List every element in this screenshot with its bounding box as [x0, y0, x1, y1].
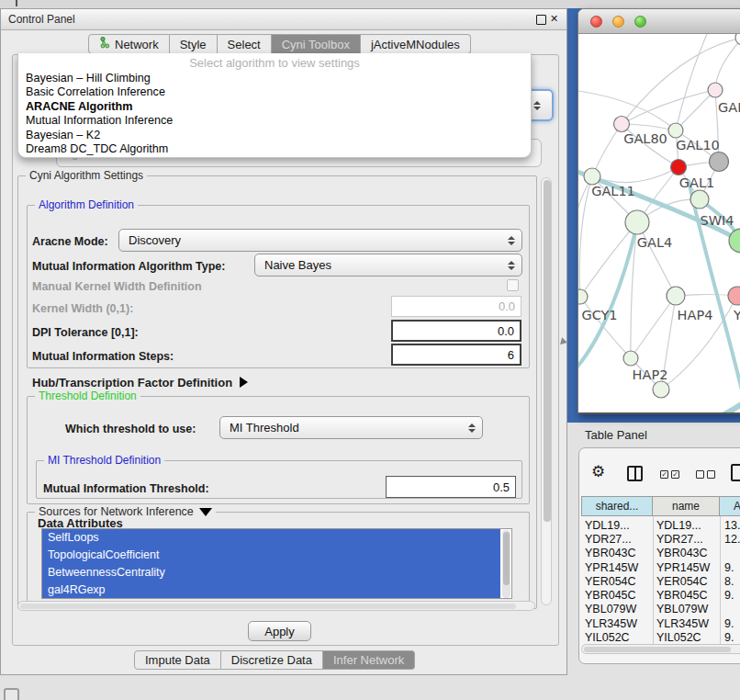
node-gal[interactable] — [708, 83, 723, 97]
column-header-next[interactable]: A — [720, 496, 740, 516]
mi-steps-field[interactable]: 6 — [391, 344, 521, 366]
mi-steps-label: Mutual Information Steps: — [32, 350, 174, 363]
unchecked-box-icon — [707, 470, 715, 479]
dropdown-item[interactable]: Dream8 DC_TDC Algorithm — [18, 142, 531, 156]
close-window-button[interactable] — [590, 16, 602, 28]
dropdown-item[interactable]: Basic Correlation Inference — [18, 85, 531, 99]
list-scrollbar-thumb[interactable] — [503, 532, 510, 585]
node-unlabeled[interactable] — [735, 34, 740, 45]
dropdown-item[interactable]: Mutual Information Inference — [18, 114, 531, 128]
dropdown-item[interactable]: Bayesian – K2 — [18, 129, 531, 142]
column-header-shared-name[interactable]: shared... — [581, 496, 653, 516]
tab-infer-network[interactable]: Infer Network — [323, 650, 415, 670]
dropdown-item-selected[interactable]: ARACNE Algorithm — [18, 100, 531, 114]
list-item-selected[interactable]: gal4RGexp — [42, 581, 500, 599]
tab-impute-data[interactable]: Impute Data — [134, 650, 221, 670]
dropdown-item[interactable]: Bayesian – Hill Climbing — [18, 72, 531, 85]
node-gal1-selected[interactable] — [671, 160, 687, 175]
manual-kernel-checkbox[interactable] — [507, 279, 519, 291]
list-item-selected[interactable]: SelfLoops — [42, 529, 500, 547]
threshold-definition-title: Threshold Definition — [35, 390, 140, 402]
close-window-icon[interactable]: ✕ — [550, 13, 558, 25]
node-gal80[interactable] — [614, 117, 630, 132]
select-all-columns-button[interactable]: ✓ ✓ — [660, 470, 679, 479]
dpi-tolerance-field[interactable]: 0.0 — [391, 320, 521, 342]
node-gal4[interactable] — [625, 210, 649, 234]
tab-style[interactable]: Style — [170, 34, 218, 54]
node-gray[interactable] — [710, 152, 729, 172]
combo-stepper-icon — [465, 423, 478, 433]
node-label: SWI4 — [700, 213, 734, 228]
float-window-icon[interactable] — [536, 15, 546, 25]
node-salmon[interactable] — [728, 287, 740, 305]
table-row[interactable]: YBR045C YBR045C 9. — [581, 588, 740, 602]
node-unlabeled[interactable] — [653, 381, 669, 398]
table-row[interactable]: YIL052C YIL052C 9. — [581, 630, 740, 644]
checked-box-icon: ✓ — [660, 470, 668, 479]
table-rows: YDL19... YDL19... 13... YDR27... YDR27..… — [581, 518, 740, 645]
table-row[interactable]: YLR345W YLR345W 9. — [581, 616, 740, 630]
cell-value: 13... — [720, 519, 740, 532]
column-header-name[interactable]: name — [653, 496, 720, 516]
settings-scrollbar-thumb[interactable] — [544, 180, 551, 522]
tab-cyni-toolbox[interactable]: Cyni Toolbox — [272, 34, 361, 54]
mi-type-label: Mutual Information Algorithm Type: — [32, 260, 225, 273]
table-row[interactable]: YDL19... YDL19... 13... — [581, 518, 740, 532]
settings-scrollbar[interactable] — [541, 177, 552, 605]
settings-hscrollbar-thumb[interactable] — [20, 604, 516, 610]
node-hap2[interactable] — [623, 351, 638, 366]
network-window-titlebar[interactable] — [578, 9, 740, 34]
tab-network[interactable]: Network — [88, 34, 170, 54]
new-table-button[interactable] — [731, 464, 740, 481]
minimized-panel-icon[interactable] — [4, 688, 19, 700]
node-gal10[interactable] — [668, 123, 683, 138]
network-canvas[interactable]: GAL GAL80 GAL10 GAL1 GAL11 SWI4 GAL4 GCY… — [578, 34, 740, 414]
tab-discretize-data[interactable]: Discretize Data — [221, 650, 323, 670]
tab-jactivemnodules[interactable]: jActiveMNodules — [361, 34, 471, 54]
table-hscrollbar[interactable] — [581, 644, 740, 654]
mi-type-combo[interactable]: Naive Bayes — [254, 254, 522, 277]
cell-value: 9. — [720, 631, 740, 644]
settings-hscrollbar[interactable] — [17, 601, 535, 611]
node-hap4[interactable] — [667, 287, 685, 305]
list-scrollbar[interactable] — [502, 530, 510, 598]
which-threshold-combo[interactable]: MI Threshold — [219, 416, 483, 439]
cell-shared-name: YER054C — [581, 575, 653, 588]
cell-name: YDR27... — [653, 533, 720, 546]
node-gcy1[interactable] — [578, 289, 588, 304]
minimize-window-button[interactable] — [612, 16, 624, 28]
apply-button[interactable]: Apply — [248, 621, 311, 641]
table-hscrollbar-thumb[interactable] — [584, 647, 731, 653]
list-item-selected[interactable]: BetweennessCentrality — [42, 564, 500, 581]
node-swi4[interactable] — [690, 190, 709, 209]
mi-threshold-field[interactable]: 0.5 — [386, 476, 516, 498]
aracne-mode-combo[interactable]: Discovery — [118, 229, 522, 252]
node-gal11[interactable] — [584, 168, 600, 185]
mi-threshold-label: Mutual Information Threshold: — [43, 482, 209, 495]
table-row[interactable]: YPR145W YPR145W 9. — [581, 560, 740, 574]
control-panel-window: Control Panel ✕ Network Style Se — [0, 8, 567, 675]
data-attributes-list[interactable]: SelfLoops TopologicalCoefficient Between… — [41, 528, 512, 599]
manual-kernel-label: Manual Kernel Width Definition — [32, 280, 202, 293]
node-bright-green[interactable] — [729, 229, 740, 253]
kernel-width-field[interactable]: 0.0 — [391, 296, 521, 317]
dropdown-prompt: Select algorithm to view settings — [18, 53, 531, 72]
zoom-window-button[interactable] — [634, 16, 646, 28]
split-table-button[interactable] — [627, 466, 643, 481]
table-row[interactable]: YER054C YER054C 8. — [581, 574, 740, 588]
kernel-width-label: Kernel Width (0,1): — [32, 302, 133, 315]
network-graph: GAL GAL80 GAL10 GAL1 GAL11 SWI4 GAL4 GCY… — [578, 34, 740, 414]
node-label: GAL10 — [676, 138, 720, 152]
table-row[interactable]: YBL079W YBL079W — [581, 603, 740, 616]
node-label: GAL11 — [591, 184, 635, 198]
table-row[interactable]: YBR043C YBR043C — [581, 547, 740, 560]
column-settings-button[interactable]: ⚙ — [591, 464, 605, 480]
dpi-tolerance-label: DPI Tolerance [0,1]: — [32, 326, 139, 339]
hub-tf-definition-toggle[interactable]: Hub/Transcription Factor Definition — [32, 374, 248, 390]
table-row[interactable]: YDR27... YDR27... 12... — [581, 532, 740, 546]
deselect-all-columns-button[interactable] — [696, 470, 715, 479]
cell-value: 8. — [720, 575, 740, 588]
list-item-selected[interactable]: TopologicalCoefficient — [42, 547, 500, 564]
mi-type-value: Naive Bayes — [255, 258, 505, 272]
tab-select[interactable]: Select — [218, 34, 272, 54]
